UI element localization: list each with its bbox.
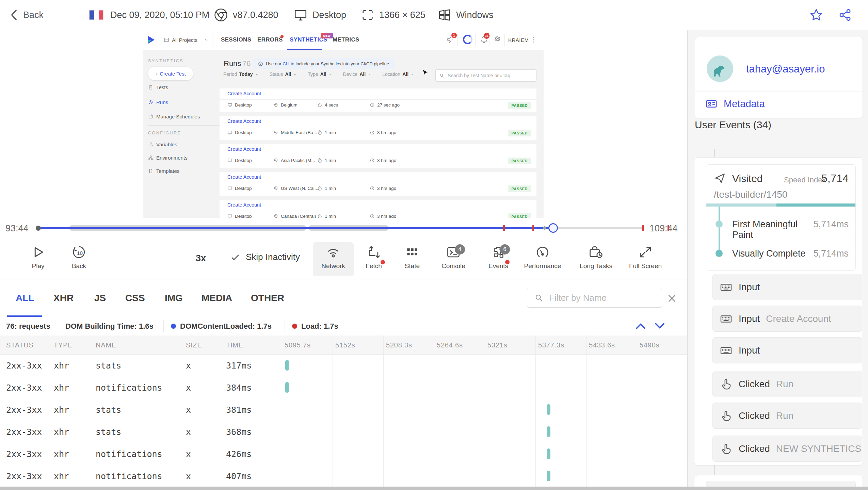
replay-sidebar-item-runs[interactable]: Runs: [148, 99, 168, 105]
jump-prev-icon[interactable]: [634, 322, 647, 330]
timeline-event-marker[interactable]: [503, 225, 505, 231]
run-test-name-link[interactable]: Create Account: [227, 118, 261, 124]
panel-button-fetch[interactable]: Fetch: [353, 242, 394, 276]
visited-card[interactable]: Visited Speed Index 5,714 /test-builder/…: [706, 164, 856, 271]
favorite-button[interactable]: [809, 8, 823, 22]
waterfall-bar: [547, 448, 550, 459]
timeline-playhead-handle[interactable]: [548, 223, 558, 233]
metadata-button[interactable]: Metadata: [705, 98, 765, 110]
network-tab-other[interactable]: OTHER: [251, 279, 284, 317]
network-tab-all[interactable]: ALL: [16, 279, 34, 317]
time-tick-label: 5433.6s: [589, 341, 615, 349]
network-request-row[interactable]: 2xx-3xxxhrnotificationsx426ms: [0, 443, 687, 465]
network-tab-js[interactable]: JS: [94, 279, 106, 317]
panel-button-events[interactable]: Events6: [478, 242, 519, 276]
skip-inactivity-toggle[interactable]: Skip Inactivity: [230, 252, 300, 262]
kebab-menu-icon[interactable]: [530, 36, 537, 44]
run-test-name-link[interactable]: Create Account: [227, 202, 261, 208]
run-card[interactable]: Create AccountDesktopUS West (N. Cal...1…: [220, 172, 536, 196]
notifications-button[interactable]: 33: [480, 35, 488, 44]
filter-device[interactable]: DeviceAll: [343, 71, 372, 77]
replay-tab-errors[interactable]: ERRORS: [257, 30, 283, 50]
back-10s-button[interactable]: 10 Back: [59, 242, 99, 276]
run-card[interactable]: Create AccountDesktopBelgium4 secs27 sec…: [220, 88, 536, 112]
replay-tab-synthetics[interactable]: SYNTHETICSNEW: [290, 30, 327, 50]
play-button[interactable]: Play: [18, 242, 59, 276]
user-event-input[interactable]: Input: [712, 337, 862, 363]
test-search-input[interactable]: Search by Test Name or #Tag: [435, 69, 536, 82]
errors-dot-icon: [280, 35, 284, 38]
network-request-row[interactable]: 2xx-3xxxhrstatsx381ms: [0, 398, 687, 421]
settings-gear-icon[interactable]: [494, 35, 502, 44]
share-button[interactable]: [838, 8, 852, 22]
timeline-event-marker[interactable]: [668, 225, 669, 231]
time-tick-label: 5095.7s: [285, 341, 311, 349]
replay-tab-sessions[interactable]: SESSIONS: [221, 30, 251, 50]
timeline-remaining[interactable]: [553, 227, 643, 229]
filter-status[interactable]: StatusAll: [270, 71, 297, 77]
network-tab-img[interactable]: IMG: [165, 279, 183, 317]
event-detail: Run: [776, 379, 793, 390]
back-button[interactable]: Back: [10, 9, 44, 21]
run-test-name-link[interactable]: Create Account: [227, 146, 261, 152]
run-test-name-link[interactable]: Create Account: [227, 174, 261, 180]
status-badge: PASSED: [508, 158, 531, 164]
replay-sidebar-item-variables[interactable]: Variables: [148, 142, 177, 147]
horizontal-scrollbar[interactable]: [0, 487, 868, 490]
replay-sidebar-item-templates[interactable]: Templates: [148, 168, 179, 174]
run-time-ago: 3 hrs ago: [370, 214, 396, 218]
user-email-link[interactable]: tahay@asayer.io: [746, 63, 825, 75]
cli-link[interactable]: CLI: [283, 61, 289, 66]
user-menu[interactable]: KRAIEM: [508, 37, 529, 43]
run-card[interactable]: Create AccountDesktopAsia Pacific (M...1…: [220, 144, 536, 168]
network-request-row[interactable]: 2xx-3xxxhrstatsx368ms: [0, 421, 687, 443]
user-event-clicked[interactable]: ClickedRun: [712, 371, 862, 397]
replay-sidebar-item-environments[interactable]: Environments: [148, 155, 188, 161]
network-request-row[interactable]: 2xx-3xxxhrnotificationsx384ms: [0, 376, 687, 398]
user-event-input[interactable]: InputCreate Account: [712, 306, 862, 332]
filter-period[interactable]: PeriodToday: [223, 71, 259, 77]
session-info-sidebar: tahay@asayer.io Metadata User Events (34…: [687, 30, 868, 487]
france-flag-icon: [89, 10, 103, 20]
network-request-row[interactable]: 2xx-3xxxhrstatsx317ms: [0, 354, 687, 376]
replay-tab-metrics[interactable]: METRICS: [333, 30, 359, 50]
timeline-progress[interactable]: [38, 227, 553, 229]
panel-button-network[interactable]: Network: [313, 242, 354, 276]
network-table-header: STATUSTYPENAMESIZETIME5095.7s5152s5208.3…: [0, 336, 687, 355]
announcements-button[interactable]: 1: [447, 35, 455, 44]
jump-next-icon[interactable]: [653, 322, 666, 330]
run-test-name-link[interactable]: Create Account: [227, 91, 261, 96]
panel-button-performance[interactable]: Performance: [522, 242, 563, 276]
filter-type[interactable]: TypeAll: [308, 71, 332, 77]
network-tab-xhr[interactable]: XHR: [53, 279, 74, 317]
panel-button-full-screen[interactable]: Full Screen: [625, 242, 666, 276]
network-request-row[interactable]: 2xx-3xxxhrnotificationsx407ms: [0, 465, 687, 487]
user-event-clicked[interactable]: ClickedRun: [712, 403, 862, 429]
requests-count: 76: requests: [6, 322, 50, 331]
paint-bar-dark: [776, 203, 855, 207]
cli-info-banner: Use our CLI to include your Synthetics i…: [253, 58, 395, 69]
panel-button-state[interactable]: State: [392, 242, 433, 276]
monitor-icon: [227, 214, 232, 218]
network-tab-css[interactable]: CSS: [125, 279, 145, 317]
network-filter-placeholder: Filter by Name: [549, 293, 607, 303]
session-country: Dec 09, 2020, 05:10 PM: [89, 10, 209, 20]
speed-button[interactable]: 3x: [196, 253, 206, 264]
filter-location[interactable]: LocationAll: [382, 71, 414, 77]
network-filter-input[interactable]: Filter by Name: [527, 288, 662, 308]
user-event-input[interactable]: Input: [712, 274, 862, 300]
create-test-button[interactable]: + Create Test: [148, 67, 193, 80]
project-selector[interactable]: All Projects: [164, 30, 208, 50]
replay-sidebar-item-manage-schedules[interactable]: Manage Schedules: [148, 114, 200, 119]
panel-button-long-tasks[interactable]: Long Tasks: [576, 242, 616, 276]
run-card[interactable]: Create AccountDesktopMiddle East (Ba...1…: [220, 116, 536, 140]
user-event-clicked[interactable]: ClickedNEW SYNTHETICS: [712, 436, 862, 462]
replay-sidebar-item-tests[interactable]: Tests: [148, 84, 168, 90]
run-card[interactable]: Create AccountDesktopCanada (Central)1 m…: [220, 200, 536, 218]
timeline-event-marker[interactable]: [642, 225, 644, 231]
close-panel-icon[interactable]: [666, 293, 677, 304]
timeline-event-marker[interactable]: [532, 225, 534, 231]
panel-button-console[interactable]: Console4: [433, 242, 474, 276]
column-header-time: TIME: [226, 341, 243, 349]
network-tab-media[interactable]: MEDIA: [202, 279, 232, 317]
